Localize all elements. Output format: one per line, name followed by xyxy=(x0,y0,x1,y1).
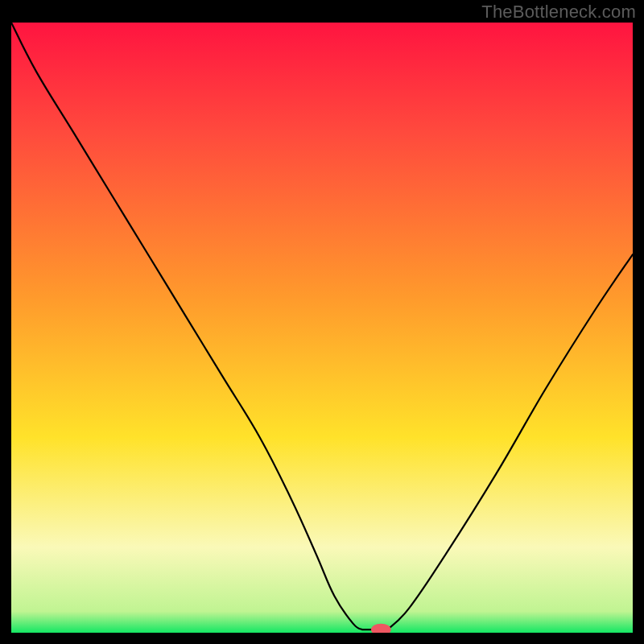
plot-area xyxy=(11,23,633,633)
chart-frame: TheBottleneck.com xyxy=(0,0,644,644)
watermark-text: TheBottleneck.com xyxy=(481,2,636,23)
gradient-background xyxy=(11,23,633,633)
bottleneck-chart xyxy=(11,23,633,633)
